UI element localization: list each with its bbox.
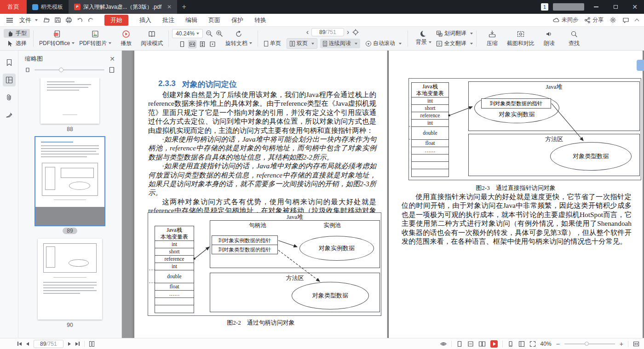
last-page-button[interactable] bbox=[75, 342, 80, 346]
stack-subtitle: 本地变量表 bbox=[412, 90, 448, 97]
tab-convert[interactable]: 转换 bbox=[254, 16, 266, 24]
share-button[interactable]: 分享 bbox=[584, 16, 604, 24]
eye-protect-icon[interactable] bbox=[440, 341, 447, 347]
double-page-mode-button[interactable]: 双页 bbox=[287, 38, 317, 49]
single-page-view-icon[interactable] bbox=[456, 341, 463, 347]
feedback-comment-icon[interactable] bbox=[622, 17, 629, 23]
settings-gear-icon[interactable] bbox=[610, 17, 616, 23]
method-area-label: 方法区 bbox=[210, 274, 380, 282]
pdf-to-office-button[interactable]: PDF PDF转Office bbox=[37, 30, 77, 47]
user-account[interactable] bbox=[553, 3, 584, 11]
pdf-to-image-button[interactable]: PDF转图片 bbox=[77, 30, 114, 47]
home-tab[interactable]: 首页 bbox=[0, 0, 27, 14]
zoom-in-button[interactable]: + bbox=[620, 341, 623, 347]
undo-icon[interactable] bbox=[76, 17, 83, 23]
template-tab[interactable]: 稻壳模板 bbox=[27, 0, 69, 14]
rotate-document-button[interactable]: 旋转文档 bbox=[223, 30, 254, 47]
separator bbox=[168, 30, 169, 47]
zoom-out-button[interactable]: − bbox=[556, 341, 560, 347]
bookmarks-panel-button[interactable] bbox=[3, 56, 16, 69]
thumbnail-page-88[interactable] bbox=[40, 78, 99, 124]
background-button[interactable]: 背景 bbox=[411, 31, 436, 46]
actual-size-icon[interactable] bbox=[208, 40, 217, 48]
mobile-view-icon[interactable] bbox=[507, 341, 514, 347]
document-tab[interactable]: P 深入理解Java虚...（第3版）.pdf ✕ bbox=[69, 0, 177, 14]
single-page-mode-button[interactable]: 单页 bbox=[261, 39, 284, 48]
thumbnails-panel-button[interactable] bbox=[3, 74, 16, 86]
save-icon[interactable] bbox=[54, 17, 61, 23]
page-number-field[interactable]: 89/751 bbox=[311, 28, 344, 36]
zoom-out-icon[interactable] bbox=[206, 30, 213, 37]
full-translate-button[interactable]: 文 全文翻译 bbox=[436, 40, 473, 47]
zoom-level-select[interactable]: 40.24% bbox=[172, 29, 203, 38]
zoom-in-icon[interactable] bbox=[216, 30, 223, 37]
thumbnail-page-89[interactable] bbox=[35, 137, 104, 225]
previous-page-button[interactable]: ‹ bbox=[306, 29, 309, 35]
single-page-view-icon[interactable] bbox=[178, 40, 186, 48]
tab-insert[interactable]: 插入 bbox=[139, 16, 151, 24]
zoom-slider-handle[interactable] bbox=[585, 342, 589, 346]
fit-width-icon[interactable] bbox=[188, 40, 196, 48]
open-file-icon[interactable] bbox=[43, 17, 50, 23]
page-locate-icon[interactable] bbox=[352, 29, 359, 36]
hand-tool-button[interactable]: 手型 bbox=[4, 29, 30, 38]
full-screen-icon[interactable] bbox=[529, 341, 536, 347]
print-icon[interactable] bbox=[65, 17, 72, 23]
next-page-button[interactable] bbox=[68, 342, 71, 346]
word-translate-button[interactable]: 文A 划词翻译 bbox=[436, 29, 473, 37]
fit-page-view-icon[interactable] bbox=[467, 341, 474, 347]
spread-view-icon[interactable] bbox=[89, 341, 94, 347]
previous-page-button[interactable] bbox=[26, 342, 29, 346]
sync-status-label: 未同步 bbox=[562, 16, 578, 24]
thumbnail-list[interactable]: 88 89 bbox=[18, 78, 121, 338]
notification-badge[interactable]: 1 bbox=[541, 3, 548, 11]
layout-grid-icon[interactable] bbox=[518, 341, 525, 347]
find-button[interactable]: 查找 bbox=[562, 30, 586, 47]
play-slideshow-button[interactable]: 播放 bbox=[114, 30, 138, 47]
slider-handle[interactable] bbox=[59, 68, 63, 72]
tab-comment[interactable]: 批注 bbox=[162, 16, 174, 24]
page-number-field[interactable]: 89/751 bbox=[34, 340, 63, 348]
reader-widget[interactable] bbox=[637, 60, 644, 71]
new-tab-button[interactable]: + bbox=[177, 0, 191, 14]
sync-status[interactable]: 未同步 bbox=[553, 16, 578, 24]
minimize-button[interactable] bbox=[589, 0, 604, 14]
file-menu[interactable]: 文件 bbox=[19, 16, 38, 24]
chevron-down-icon bbox=[311, 43, 314, 45]
close-panel-icon[interactable]: ✕ bbox=[109, 55, 115, 63]
play-slideshow-button[interactable] bbox=[490, 340, 498, 348]
signature-panel-button[interactable] bbox=[3, 109, 16, 121]
read-mode-button[interactable]: 阅读模式 bbox=[138, 30, 165, 47]
next-page-button[interactable]: › bbox=[347, 29, 349, 35]
select-tool-button[interactable]: 选择 bbox=[4, 39, 30, 48]
thumbnail-larger-icon[interactable] bbox=[109, 67, 115, 73]
collapse-ribbon-icon[interactable] bbox=[635, 18, 639, 23]
tab-edit[interactable]: 编辑 bbox=[185, 16, 197, 24]
thumb-viewport-shade bbox=[35, 207, 104, 225]
zoom-slider[interactable] bbox=[564, 343, 615, 344]
maximize-button[interactable] bbox=[608, 0, 623, 14]
attachments-panel-button[interactable] bbox=[3, 91, 16, 104]
fit-page-icon[interactable] bbox=[198, 40, 207, 48]
close-window-button[interactable]: ✕ bbox=[627, 0, 642, 14]
read-aloud-button[interactable]: 朗读 bbox=[537, 30, 562, 47]
continuous-read-button[interactable]: 连续阅读 bbox=[320, 39, 360, 48]
chevron-down-icon bbox=[109, 42, 111, 44]
double-page-view-icon[interactable] bbox=[478, 341, 486, 347]
thumbnail-page-90[interactable] bbox=[38, 239, 102, 320]
tab-home[interactable]: 开始 bbox=[104, 15, 128, 26]
tab-page[interactable]: 页面 bbox=[208, 16, 220, 24]
redo-icon[interactable] bbox=[87, 17, 94, 23]
compress-button[interactable]: 压缩 bbox=[480, 30, 505, 47]
close-tab-icon[interactable]: ✕ bbox=[167, 4, 172, 10]
auto-scroll-button[interactable]: 自动滚动 bbox=[363, 39, 404, 48]
hamburger-menu-icon[interactable] bbox=[6, 20, 13, 21]
fit-window-icon[interactable] bbox=[633, 341, 639, 347]
tab-protect[interactable]: 保护 bbox=[231, 16, 243, 24]
thumbnail-smaller-icon[interactable] bbox=[25, 67, 30, 73]
screenshot-compare-button[interactable]: 截图和对比 bbox=[505, 30, 537, 47]
document-view[interactable]: 2.3.3 对象的访问定位 创建对象自然是为了后续使用该对象，我们的Java程序… bbox=[122, 51, 644, 338]
thumbnail-size-slider[interactable] bbox=[34, 69, 104, 70]
first-page-button[interactable] bbox=[17, 342, 22, 346]
figure-caption: 图2-2 通过句柄访问对象 bbox=[134, 319, 387, 327]
